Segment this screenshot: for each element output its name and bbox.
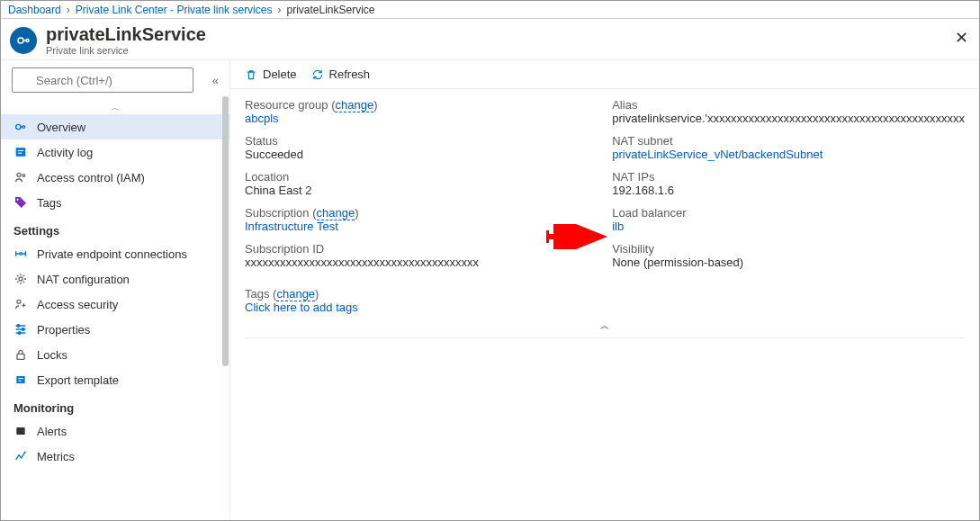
sidebar: « ︿ Overview Activity log Access control… <box>1 60 230 520</box>
nav-access-control[interactable]: Access control (IAM) <box>1 165 229 190</box>
log-icon <box>13 145 28 159</box>
natsubnet-label: NAT subnet <box>612 134 965 148</box>
svg-point-3 <box>16 124 21 129</box>
overview-left-col: Resource group (change) abcpls Status Su… <box>245 98 576 314</box>
nav-properties[interactable]: Properties <box>1 317 229 342</box>
nav-pec[interactable]: Private endpoint connections <box>1 241 229 266</box>
nav-label: Properties <box>37 323 90 337</box>
crumb-plc[interactable]: Private Link Center - Private link servi… <box>76 4 273 16</box>
svg-rect-18 <box>16 376 24 383</box>
lb-label: Load balancer <box>612 206 965 220</box>
page-header: privateLinkService Private link service … <box>1 19 979 59</box>
nav-export[interactable]: Export template <box>1 367 229 392</box>
location-value: China East 2 <box>245 184 576 197</box>
rg-label: Resource group <box>245 98 328 112</box>
vis-label: Visibility <box>612 242 965 256</box>
svg-point-4 <box>22 126 25 129</box>
nav-label: Tags <box>37 196 61 210</box>
page-subtitle: Private link service <box>46 45 206 56</box>
section-monitoring: Monitoring <box>1 392 229 418</box>
natip-value: 192.168.1.6 <box>612 184 965 197</box>
scrollbar-thumb[interactable] <box>222 96 229 366</box>
nav-metrics[interactable]: Metrics <box>1 444 229 469</box>
nav-label: Private endpoint connections <box>37 247 187 261</box>
nat-icon <box>13 272 28 286</box>
overview-icon <box>13 120 28 134</box>
subid-label: Subscription ID <box>245 242 576 256</box>
nav-access-security[interactable]: Access security <box>1 292 229 317</box>
arrow-annotation-icon <box>544 224 607 249</box>
alias-value: privatelinkservice.'xxxxxxxxxxxxxxxxxxxx… <box>612 112 965 125</box>
nav-label: Activity log <box>37 146 93 159</box>
export-icon <box>13 373 28 387</box>
status-value: Succeeded <box>245 148 576 161</box>
subid-value: xxxxxxxxxxxxxxxxxxxxxxxxxxxxxxxxxxxxxxxx <box>245 256 576 269</box>
location-label: Location <box>245 170 576 184</box>
nav-alerts[interactable]: Alerts <box>1 418 229 444</box>
natsubnet-value[interactable]: privateLinkService_vNet/backendSubnet <box>612 148 823 161</box>
sub-label: Subscription <box>245 206 310 220</box>
metrics-icon <box>13 449 28 463</box>
svg-rect-6 <box>18 150 24 151</box>
tags-value[interactable]: Click here to add tags <box>245 301 358 314</box>
sub-change-link[interactable]: change <box>317 206 355 220</box>
resource-icon <box>10 27 37 54</box>
svg-rect-20 <box>18 381 21 382</box>
close-icon[interactable]: ✕ <box>955 28 968 48</box>
status-label: Status <box>245 134 576 148</box>
svg-point-16 <box>18 332 21 335</box>
nav-activity-log[interactable]: Activity log <box>1 139 229 165</box>
nav-label: Access security <box>37 298 118 311</box>
nav-label: NAT configuration <box>37 273 130 286</box>
svg-rect-23 <box>546 230 549 243</box>
section-settings: Settings <box>1 215 229 241</box>
nav-label: Alerts <box>37 425 67 438</box>
vis-value: None (permission-based) <box>612 256 965 269</box>
pec-icon <box>13 247 28 261</box>
content: Resource group (change) abcpls Status Su… <box>230 89 979 520</box>
svg-rect-21 <box>16 427 24 435</box>
collapse-essentials[interactable]: ︽ <box>245 314 965 338</box>
svg-point-1 <box>26 39 29 41</box>
tags-icon <box>13 195 28 210</box>
nav-tags[interactable]: Tags <box>1 190 229 215</box>
delete-label: Delete <box>263 67 297 81</box>
overview-right-col: Alias privatelinkservice.'xxxxxxxxxxxxxx… <box>612 98 965 314</box>
nav-label: Export template <box>37 373 119 387</box>
svg-point-0 <box>18 38 23 43</box>
refresh-button[interactable]: Refresh <box>311 67 371 81</box>
natip-label: NAT IPs <box>612 170 965 184</box>
access-icon <box>13 297 28 311</box>
sidebar-scroll[interactable]: ︿ Overview Activity log Access control (… <box>1 100 229 520</box>
lock-icon <box>13 347 28 362</box>
rg-value[interactable]: abcpls <box>245 112 279 125</box>
lb-value[interactable]: ilb <box>612 220 624 233</box>
collapse-icon[interactable]: « <box>209 74 222 87</box>
svg-point-12 <box>19 277 22 281</box>
iam-icon <box>13 170 28 184</box>
search-input[interactable] <box>12 67 193 93</box>
chevron-right-icon: › <box>277 4 281 16</box>
nav-label: Locks <box>37 348 67 362</box>
svg-point-9 <box>22 175 25 177</box>
trash-icon <box>245 68 257 81</box>
crumb-current: privateLinkService <box>286 4 374 16</box>
toolbar: Delete Refresh <box>230 60 979 89</box>
svg-point-11 <box>20 253 22 256</box>
nav-nat[interactable]: NAT configuration <box>1 266 229 292</box>
nav-overview[interactable]: Overview <box>1 114 229 139</box>
nav-locks[interactable]: Locks <box>1 342 229 367</box>
crumb-dashboard[interactable]: Dashboard <box>8 4 61 16</box>
chevron-right-icon: › <box>67 4 70 16</box>
delete-button[interactable]: Delete <box>245 67 297 81</box>
tags-change-link[interactable]: change <box>276 287 315 301</box>
tags-label: Tags <box>245 287 269 301</box>
rg-change-link[interactable]: change <box>335 98 373 112</box>
svg-point-8 <box>17 173 21 176</box>
properties-icon <box>13 322 28 337</box>
svg-rect-7 <box>18 153 22 154</box>
svg-rect-19 <box>18 378 22 379</box>
alias-label: Alias <box>612 98 965 112</box>
sub-value[interactable]: Infrastructure Test <box>245 220 338 233</box>
scroll-up-icon[interactable]: ︿ <box>109 102 121 114</box>
